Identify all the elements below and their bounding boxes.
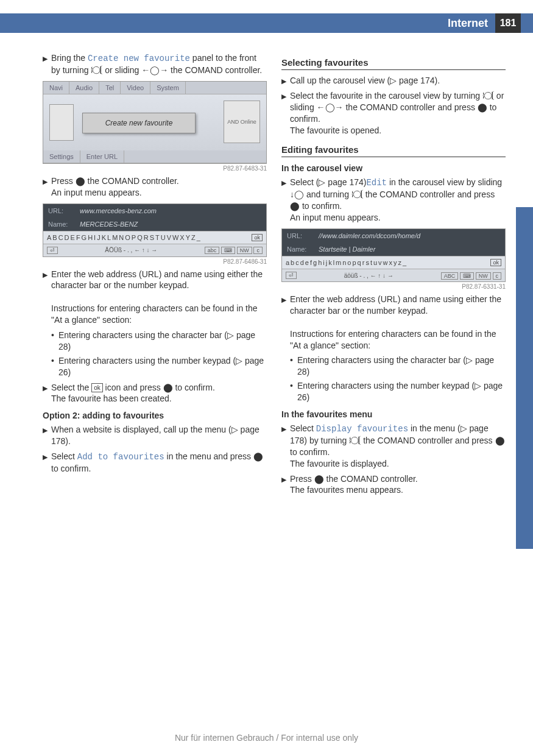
press-glyph: ⬤ — [478, 102, 487, 112]
header-band: Internet 181 — [0, 13, 533, 33]
sub-option2: Option 2: adding to favourites — [43, 411, 267, 420]
section-editing-favourites: Editing favourites — [281, 144, 506, 157]
triangle-icon: ▶ — [43, 451, 51, 475]
triangle-icon: ▶ — [281, 75, 290, 87]
step-press-menu: ▶ Press ⬤ the COMAND controller. The fav… — [281, 473, 506, 496]
step-select-ok: ▶ Select the ok icon and press ⬤ to conf… — [43, 382, 267, 405]
step-add-to-fav: ▶ Select Add to favourites in the menu a… — [43, 451, 267, 475]
sub-carousel-view: In the carousel view — [281, 163, 506, 173]
triangle-icon: ▶ — [281, 294, 290, 351]
press-glyph: ⬤ — [253, 451, 263, 461]
return-key: ⏎ — [286, 272, 297, 279]
screenshot-comand-carousel: Navi Audio Tel Video System Create new f… — [43, 81, 267, 164]
triangle-icon: ▶ — [43, 424, 51, 447]
turn-glyph: 𝄔◯𝄕 — [91, 65, 102, 75]
ok-key: ok — [252, 234, 263, 241]
left-column: ▶ Bring the Create new favourite panel t… — [43, 49, 267, 500]
step-press: ▶ Press ⬤ the COMAND controller. An inpu… — [43, 175, 267, 199]
page-number: 181 — [495, 13, 521, 33]
screenshot-keyboard-upper: URL:www.mercedes-benz.com Name:MERCEDES-… — [43, 203, 267, 257]
triangle-icon: ▶ — [281, 423, 290, 470]
step-callup-menu: ▶ When a website is displayed, call up t… — [43, 424, 267, 447]
step-callup-carousel: ▶ Call up the carousel view (▷ page 174)… — [281, 75, 506, 87]
turn-glyph: 𝄔◯𝄕 — [482, 91, 494, 101]
bullet-charbar: •Entering characters using the character… — [51, 330, 267, 353]
press-glyph: ⬤ — [290, 201, 300, 211]
comand-bottom-tabs: Settings Enter URL — [43, 150, 266, 163]
ui-create-new-favourite: Create new favourite — [88, 54, 190, 63]
carousel-right-thumb: AND Online — [224, 101, 260, 143]
step-create-fav: ▶ Bring the Create new favourite panel t… — [43, 52, 267, 76]
triangle-icon: ▶ — [281, 473, 290, 496]
step-edit-carousel: ▶ Select (▷ page 174)Edit in the carouse… — [281, 177, 506, 224]
figure-caption: P82.87-6483-31 — [43, 165, 267, 172]
comand-top-tabs: Navi Audio Tel Video System — [43, 82, 266, 94]
return-key: ⏎ — [47, 247, 58, 254]
figure-caption: P82.87-6331-31 — [281, 283, 506, 290]
ui-display-favourites: Display favourites — [316, 424, 408, 434]
turn-glyph: 𝄔◯𝄕 — [349, 436, 361, 445]
right-column: Selecting favourites ▶ Call up the carou… — [281, 49, 506, 500]
footer-watermark: Nur für internen Gebrauch / For internal… — [0, 733, 533, 743]
triangle-icon: ▶ — [43, 175, 51, 199]
press-glyph: ⬤ — [314, 474, 324, 484]
slide-lr-glyph: ←◯→ — [141, 65, 168, 75]
sub-favourites-menu: In the favourites menu — [281, 409, 506, 419]
triangle-icon: ▶ — [43, 52, 51, 76]
bullet-keypad-r: •Entering characters using the number ke… — [290, 380, 506, 403]
content-area: ▶ Bring the Create new favourite panel t… — [43, 49, 506, 500]
triangle-icon: ▶ — [281, 177, 290, 224]
figure-caption: P82.87-6486-31 — [43, 258, 267, 265]
section-selecting-favourites: Selecting favourites — [281, 57, 506, 70]
header-title: Internet — [448, 17, 488, 30]
bullet-charbar-r: •Entering characters using the character… — [290, 355, 506, 378]
step-select-favourite: ▶ Select the favourite in the carousel v… — [281, 90, 506, 136]
step-display-favourites: ▶ Select Display favourites in the menu … — [281, 423, 506, 470]
press-glyph: ⬤ — [163, 383, 173, 392]
ok-key: ok — [490, 259, 501, 266]
create-fav-panel: Create new favourite — [82, 113, 196, 133]
ui-add-to-favourites: Add to favourites — [77, 452, 164, 462]
slide-d-glyph: ↓◯ — [290, 189, 304, 199]
carousel-left-thumb — [49, 104, 74, 141]
step-enter-url: ▶ Enter the web address (URL) and name u… — [43, 269, 267, 326]
turn-glyph: 𝄔◯𝄕 — [351, 189, 363, 199]
screenshot-keyboard-lower: URL://www.daimler.com/dccom/home/d Name:… — [281, 228, 506, 282]
press-glyph: ⬤ — [495, 436, 505, 445]
ui-edit: Edit — [366, 178, 387, 188]
step-enter-url-r: ▶ Enter the web address (URL) and name u… — [281, 294, 506, 351]
ok-icon: ok — [91, 383, 103, 393]
slide-lr-glyph: ←◯→ — [317, 102, 344, 112]
triangle-icon: ▶ — [281, 90, 290, 136]
press-glyph: ⬤ — [76, 176, 85, 186]
triangle-icon: ▶ — [43, 382, 51, 405]
bullet-keypad: •Entering characters using the number ke… — [51, 355, 267, 378]
triangle-icon: ▶ — [43, 269, 51, 326]
side-tab-bar — [516, 207, 533, 549]
